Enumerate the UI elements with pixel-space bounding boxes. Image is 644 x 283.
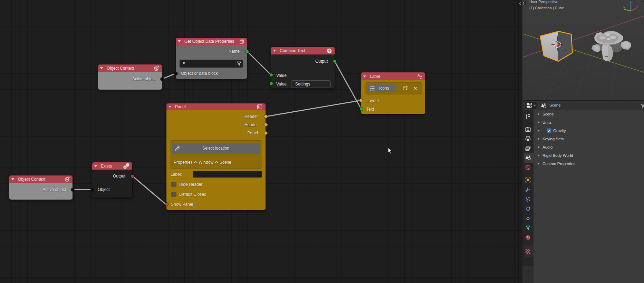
svg-text:z: z	[630, 0, 632, 3]
svg-text:x: x	[636, 4, 638, 8]
svg-text:Z: Z	[420, 76, 422, 80]
svg-text:User Perspective: User Perspective	[529, 0, 558, 4]
svg-text:y: y	[623, 6, 625, 9]
svg-text:(1) Collection | Cube: (1) Collection | Cube	[529, 6, 564, 10]
svg-text:A: A	[417, 73, 420, 77]
